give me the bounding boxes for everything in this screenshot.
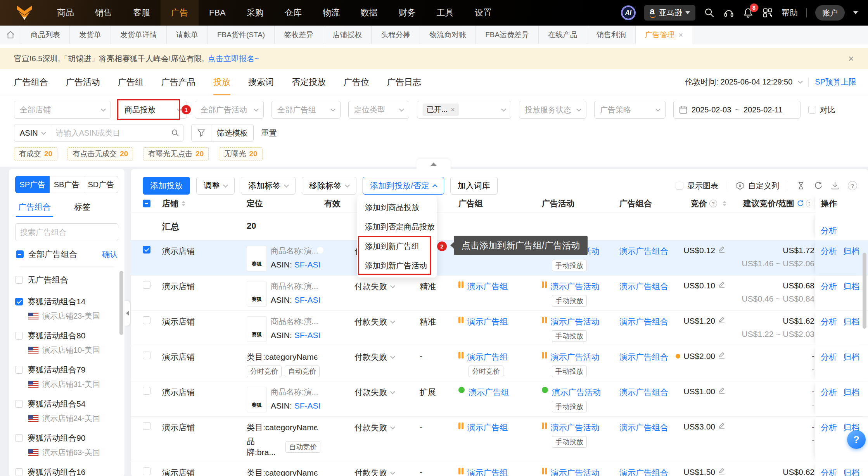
menu-item-add-new-campaign[interactable]: 添加到新广告活动	[357, 256, 437, 275]
menu-item-add-new-ad-group[interactable]: 添加到新广告组	[357, 236, 437, 256]
campaign-link[interactable]: 演示广告活动	[551, 422, 600, 433]
sidebar-tab-labels[interactable]: 标签	[74, 202, 90, 217]
tab-campaigns[interactable]: 广告活动	[66, 69, 100, 95]
portfolio-link[interactable]: 演示广告组合	[619, 423, 668, 432]
timezone-clock[interactable]: 伦敦时间: 2025-06-04 12:29:50	[685, 77, 792, 87]
portfolio-link[interactable]: 演示广告组合	[619, 282, 668, 291]
refresh-suggested-bid-icon[interactable]	[797, 200, 804, 207]
analyze-link[interactable]: 分析	[821, 281, 837, 307]
ad-group-link[interactable]: 演示广告组	[469, 387, 509, 398]
asin-link[interactable]: SF-ASI	[294, 331, 321, 340]
archive-link[interactable]: 归档	[843, 467, 859, 476]
tab-shipment[interactable]: 发货单	[69, 26, 111, 44]
row-checkbox[interactable]	[143, 281, 150, 289]
tab-first-leg[interactable]: 头程分摊	[371, 26, 420, 44]
analyze-link[interactable]: 分析	[821, 316, 837, 342]
tab-receipt-diff[interactable]: 签收差异	[274, 26, 323, 44]
home-icon[interactable]	[0, 30, 21, 40]
edit-bid-icon[interactable]	[718, 467, 726, 476]
campaign-filter-select[interactable]: 全部广告活动	[195, 101, 264, 119]
account-chevron-icon[interactable]	[853, 11, 858, 14]
adjust-dropdown-button[interactable]: 调整	[196, 177, 235, 195]
row-checkbox[interactable]	[143, 316, 150, 324]
tab-fba-fee-diff[interactable]: FBA运费差异	[475, 26, 538, 44]
nav-item-sales[interactable]: 销售	[85, 0, 123, 26]
funnel-filter-icon[interactable]	[192, 124, 211, 141]
signup-link[interactable]: 点击立即报名~	[208, 53, 259, 64]
brand-fox-logo[interactable]	[16, 4, 33, 22]
sidebar-tab-portfolio[interactable]: 广告组合	[18, 202, 51, 217]
collapse-sidebar-handle[interactable]	[124, 301, 130, 326]
archive-link[interactable]: 归档	[843, 352, 859, 377]
asin-link[interactable]: SF-ASI	[294, 260, 321, 269]
analyze-link[interactable]: 分析	[821, 225, 837, 236]
portfolio-list-item[interactable]: 赛狐活动组合90 演示店铺63-美国	[15, 430, 118, 458]
add-label-dropdown-button[interactable]: 添加标签	[241, 177, 296, 195]
serve-status-dropdown[interactable]: 付款失败	[354, 352, 416, 362]
archive-link[interactable]: 归档	[843, 281, 859, 307]
campaign-link[interactable]: 演示广告活动	[551, 467, 600, 476]
tab-ad-products[interactable]: 广告产品	[161, 69, 195, 95]
campaign-link[interactable]: 演示广告活动	[551, 281, 600, 292]
search-icon[interactable]	[168, 124, 183, 141]
tab-ad-groups[interactable]: 广告组	[118, 69, 144, 95]
serve-status-dropdown[interactable]: 付款失败	[354, 467, 416, 476]
nav-item-data[interactable]: 数据	[350, 0, 388, 26]
portfolio-list-item[interactable]: 赛狐活动组合79 演示店铺31-美国	[15, 362, 118, 390]
apps-grid-icon[interactable]	[762, 7, 773, 18]
headset-support-icon[interactable]	[723, 7, 734, 18]
row-checkbox[interactable]	[143, 422, 150, 430]
row-checkbox[interactable]	[143, 246, 150, 254]
archive-link[interactable]: 归档	[843, 246, 859, 271]
tab-product-list[interactable]: 商品列表	[21, 26, 69, 44]
archive-link[interactable]: 归档	[843, 316, 859, 342]
tab-shipment-detail[interactable]: 发货单详情	[111, 26, 166, 44]
menu-item-add-product-targeting[interactable]: 添加到商品投放	[357, 198, 437, 217]
add-to-dictionary-button[interactable]: 加入词库	[450, 177, 498, 195]
portfolio-checkbox[interactable]	[15, 434, 23, 442]
nav-item-logistics[interactable]: 物流	[312, 0, 350, 26]
portfolio-link[interactable]: 演示广告组合	[619, 468, 668, 476]
ad-type-sp[interactable]: SP广告	[15, 176, 50, 193]
portfolio-link[interactable]: 演示广告组合	[619, 388, 668, 397]
edit-bid-icon[interactable]	[718, 316, 726, 326]
serve-status-dropdown[interactable]: 付款失败	[354, 281, 416, 292]
adgroup-filter-select[interactable]: 全部广告组	[271, 101, 341, 119]
quick-tag-impressions-no-clicks[interactable]: 有曝光无点击20	[143, 147, 209, 160]
portfolio-checkbox[interactable]	[15, 298, 23, 305]
help-question-icon[interactable]: ?	[709, 200, 717, 207]
header-store[interactable]: 店铺	[158, 195, 243, 212]
edit-bid-icon[interactable]	[718, 246, 726, 255]
nav-item-ads-active[interactable]: 广告	[161, 0, 199, 26]
portfolio-checkbox[interactable]	[15, 332, 23, 340]
header-suggested-bid[interactable]: 建议竞价/范围 ?	[728, 195, 815, 212]
show-chart-checkbox[interactable]: 显示图表	[676, 181, 718, 191]
portfolio-list-item[interactable]: 赛狐活动组合80 演示店铺10-美国	[15, 328, 118, 356]
compare-checkbox[interactable]: 对比	[808, 105, 835, 115]
serve-status-dropdown[interactable]: 付款失败	[354, 316, 416, 327]
history-hourglass-icon[interactable]	[797, 181, 805, 190]
portfolio-checkbox[interactable]	[15, 366, 23, 374]
asin-search-input[interactable]	[51, 124, 168, 141]
checkbox-unchecked[interactable]	[808, 106, 816, 114]
portfolio-list-item[interactable]: 赛狐活动组合54 演示店铺24-美国	[15, 396, 118, 424]
portfolio-link[interactable]: 演示广告组合	[619, 352, 668, 361]
asin-type-select[interactable]: ASIN	[14, 124, 51, 141]
portfolio-checkbox[interactable]	[15, 400, 23, 408]
nav-item-tools[interactable]: 工具	[426, 0, 464, 26]
targeting-type-select[interactable]: 定位类型	[348, 101, 409, 119]
search-icon[interactable]	[704, 7, 715, 18]
tab-negative-targeting[interactable]: 否定投放	[292, 69, 326, 95]
analyze-link[interactable]: 分析	[821, 387, 837, 412]
add-to-targeting-dropdown-open[interactable]: 添加到投放/否定	[363, 177, 444, 195]
edit-bid-icon[interactable]	[718, 352, 726, 361]
refresh-icon[interactable]	[814, 181, 822, 190]
row-checkbox[interactable]	[143, 352, 150, 359]
portfolio-link[interactable]: 演示广告组合	[619, 317, 668, 326]
tab-payment-request[interactable]: 请款单	[166, 26, 207, 44]
remove-tag-icon[interactable]: ×	[451, 105, 455, 114]
row-checkbox[interactable]	[143, 387, 150, 395]
shop-filter-select[interactable]: 全部店铺	[14, 101, 111, 119]
add-targeting-button[interactable]: 添加投放	[143, 177, 190, 195]
campaign-link[interactable]: 演示广告活动	[551, 352, 600, 362]
